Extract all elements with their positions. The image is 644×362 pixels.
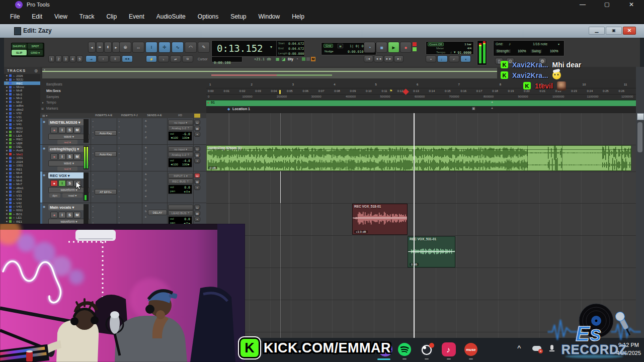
zoom-preset-2[interactable]: 2 — [55, 55, 62, 62]
track-list-item[interactable]: ⊢LEA — [4, 134, 40, 137]
send-slot-letter[interactable]: b — [145, 151, 146, 154]
menu-edit[interactable]: Edit — [26, 13, 48, 20]
mute-button[interactable]: M — [73, 212, 81, 218]
track-show-dot[interactable] — [6, 161, 8, 162]
insert-slot-dot[interactable]: ▪ — [93, 178, 94, 182]
track-show-dot[interactable] — [6, 113, 8, 114]
send-slot-letter[interactable]: a — [145, 172, 146, 175]
audio-clip[interactable]: REC VOX_518-01+3.9 dB — [352, 204, 408, 235]
track-list-item[interactable]: ⊢dlbs1 — [4, 186, 40, 190]
automation-mode-selector[interactable]: red ▾ — [57, 140, 77, 144]
track-show-dot[interactable] — [6, 176, 8, 177]
ruler-row-label-4[interactable]: Markers — [46, 107, 58, 110]
menu-window[interactable]: Window — [253, 13, 286, 20]
pan-value[interactable]: ◂ 0 ▸ — [184, 190, 190, 193]
insert-slot-dot[interactable]: ▪ — [93, 190, 94, 193]
clip-gain-badge[interactable]: 0 dB — [208, 166, 217, 169]
trimmer-tool[interactable]: ↔ — [132, 42, 144, 53]
pan-right-value[interactable]: 100► — [182, 163, 190, 166]
insert-plugin-button[interactable]: Auto-Key — [95, 151, 117, 157]
solo-button[interactable]: S — [66, 153, 73, 160]
track-list-item[interactable]: ⊢LE1 — [4, 216, 40, 220]
stop-button[interactable]: ■ — [376, 42, 387, 53]
track-show-dot[interactable] — [6, 75, 8, 76]
meter-value[interactable]: 4/4 — [467, 47, 471, 50]
edit-minimize-button[interactable]: ▁ — [589, 27, 605, 35]
mirror-edit-button[interactable]: ↕ — [98, 55, 109, 62]
tray-chevron-icon[interactable]: ^ — [517, 344, 521, 351]
io-grid-icon[interactable]: ▤ — [194, 152, 200, 157]
solo-button[interactable]: S — [66, 127, 73, 133]
io-input-selector[interactable]: no input ▾ — [168, 146, 193, 152]
column-header-2[interactable]: SENDS A-E — [142, 114, 167, 117]
send-slot-letter[interactable]: b — [145, 178, 146, 181]
tempo-change-value[interactable]: 91 — [211, 101, 215, 104]
record-button[interactable]: ● — [400, 42, 412, 53]
insert-slot-dot[interactable]: ▪ — [93, 136, 94, 139]
nudge-value[interactable]: 0:00.010 — [348, 50, 363, 54]
io-output-selector[interactable]: LEAD BUS ⇡ — [168, 210, 193, 216]
track-list-item[interactable]: ⊢V33 — [4, 194, 40, 197]
send-slot-letter[interactable]: d — [145, 162, 146, 165]
add-row-icon[interactable]: + — [194, 185, 200, 190]
scrollbar-thumb[interactable] — [637, 122, 642, 152]
zoom-preset-5[interactable]: 5 — [76, 55, 83, 62]
location-marker-icon[interactable]: ◆ — [227, 107, 230, 111]
location-marker-label[interactable]: Location 1 — [232, 107, 250, 111]
send-slot-letter[interactable]: d — [145, 136, 146, 139]
fastforward-button[interactable]: ►► — [384, 55, 393, 62]
track-show-dot[interactable] — [6, 127, 8, 129]
track-show-dot[interactable] — [6, 187, 8, 189]
audio-clip[interactable]: REC VOX_531-010 dB — [408, 236, 455, 267]
io-input-selector[interactable]: no input ▾ — [168, 120, 193, 125]
markers-row-icon[interactable]: ⊞ — [41, 107, 44, 110]
send-slot-letter[interactable]: c — [145, 184, 146, 187]
track-show-dot[interactable] — [6, 206, 8, 208]
send-slot-letter[interactable]: a — [145, 146, 146, 149]
track-show-dot[interactable] — [6, 131, 8, 133]
track-list-item[interactable]: ⊢92(1) — [4, 77, 40, 81]
window-minimize-button[interactable]: — — [580, 1, 586, 8]
io-link-icon[interactable]: ⊡ — [194, 173, 200, 178]
pan-left-value[interactable]: ◄100 — [170, 136, 178, 139]
io-input-selector[interactable] — [168, 205, 193, 210]
tempo-row-arrow-icon[interactable]: ► — [42, 101, 44, 104]
menu-event[interactable]: Event — [123, 13, 150, 20]
track-show-dot[interactable] — [6, 150, 8, 151]
insert-slot-dot[interactable]: ▪ — [93, 125, 94, 128]
track-list-item[interactable]: ⊢2026 — [4, 74, 40, 77]
send-slot-letter[interactable]: b — [145, 210, 146, 213]
track-list-item[interactable]: ⊢Mn6 — [4, 178, 40, 182]
track-list-item[interactable]: ⊢RE1 — [4, 167, 40, 171]
zoom-out-button[interactable]: ◄ — [88, 42, 96, 53]
marker-add-button[interactable]: + — [491, 107, 493, 110]
insert-slot-dot[interactable]: ▪ — [119, 163, 120, 166]
input-monitor-button[interactable]: I — [58, 127, 66, 133]
track-show-dot[interactable] — [6, 217, 8, 219]
universe-strip[interactable]: ▲ — [42, 68, 497, 78]
zoom-preset-1[interactable]: 1 — [48, 55, 55, 62]
edit-sel-icon[interactable]: ◪ — [282, 57, 286, 61]
automation-mode-selector[interactable]: red ▾ — [57, 166, 77, 171]
insert-slot-dot[interactable]: ▪ — [119, 146, 120, 149]
track-show-dot[interactable] — [6, 191, 8, 193]
pre-roll-button[interactable]: ⌐ — [449, 55, 459, 62]
track-show-dot[interactable] — [6, 142, 8, 144]
insert-slot-dot[interactable]: ▪ — [93, 163, 94, 166]
chat-username[interactable]: Xavi2Kra... — [512, 61, 548, 69]
volume-automation-line[interactable] — [207, 149, 631, 150]
scroll-up-button[interactable] — [637, 113, 644, 120]
track-freeze-icon[interactable]: ◉ — [43, 173, 45, 176]
zoomer-tool[interactable]: ⊕ — [119, 42, 131, 53]
track-show-dot[interactable] — [6, 98, 8, 99]
track-list-item[interactable]: ⊢BO1 — [4, 212, 40, 216]
insert-slot-dot[interactable]: ▪ — [93, 157, 94, 160]
insert-slot-dot[interactable]: ▪ — [119, 131, 120, 134]
vol-value[interactable]: -4.0 — [182, 159, 190, 163]
send-slot-letter[interactable]: c — [145, 130, 146, 133]
track-show-dot[interactable] — [6, 124, 8, 125]
record-enable-button[interactable]: ● — [50, 127, 58, 133]
main-counter-dropdown-icon[interactable]: ▾ — [270, 45, 272, 49]
track-show-dot[interactable] — [6, 179, 8, 181]
ruler-row-label-0[interactable]: Bars|Beats — [46, 82, 62, 86]
